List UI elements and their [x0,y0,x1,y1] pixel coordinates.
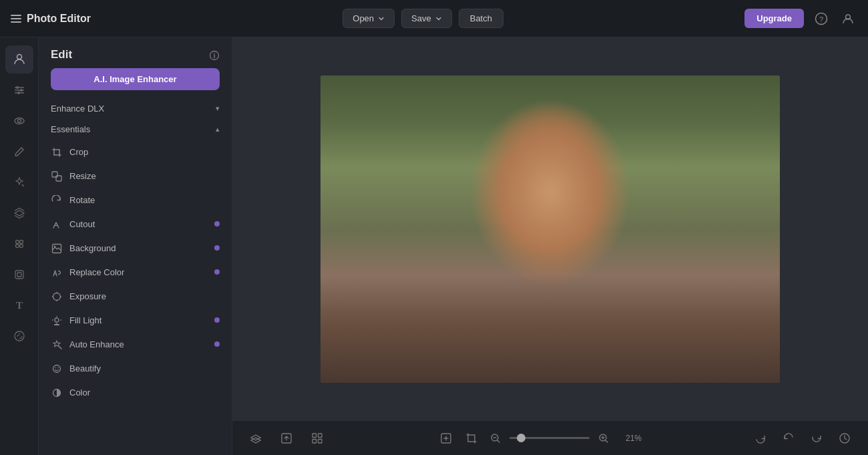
tool-list: Crop Resize Rotate Cuto [39,140,232,455]
object-icon [13,268,26,281]
svg-rect-47 [312,434,316,438]
resize-label: Resize [69,171,220,181]
sidebar-item-object[interactable] [5,261,33,289]
canvas-area: 21% [232,37,868,455]
save-button[interactable]: Save [401,9,452,28]
tool-item-beautify[interactable]: Beautify [39,356,232,380]
tool-item-fill-light[interactable]: Fill Light [39,308,232,332]
bottom-center-zoom: 21% [436,428,642,448]
chevron-down-icon [435,15,442,22]
svg-point-35 [55,318,59,322]
enhance-dlx-label: Enhance DLX [51,104,104,114]
open-button[interactable]: Open [343,9,395,28]
tool-item-color[interactable]: Color [39,380,232,404]
fill-light-svg [51,315,62,326]
crop-icon [51,146,63,158]
sidebar-item-text[interactable]: T [5,291,33,319]
tool-item-replace-color[interactable]: Replace Color [39,260,232,284]
beautify-svg [51,363,62,374]
grid-view-button[interactable] [307,428,327,448]
svg-line-41 [59,347,61,349]
redo-icon [810,432,823,445]
sliders-icon [13,84,26,97]
essentials-section[interactable]: Essentials ▴ [39,119,232,140]
essentials-chevron: ▴ [216,125,220,134]
sidebar-item-group[interactable] [5,230,33,258]
open-label: Open [353,13,374,23]
svg-point-11 [17,120,21,123]
replace-color-label: Replace Color [69,267,208,277]
ai-enhancer-button[interactable]: A.I. Image Enhancer [51,68,220,90]
rotate-svg [51,195,62,206]
export-button[interactable] [276,428,296,448]
layers-view-button[interactable] [246,428,266,448]
help-button[interactable]: ? [812,9,831,28]
refresh-button[interactable] [750,428,771,448]
tool-item-exposure[interactable]: Exposure [39,284,232,308]
cutout-icon [51,218,63,230]
cutout-badge [214,221,220,226]
sidebar-item-sliders[interactable] [5,76,33,104]
logo-area: Photo Editor [11,13,91,25]
svg-rect-49 [312,439,316,443]
tool-item-crop[interactable]: Crop [39,140,232,164]
crop-view-button[interactable] [461,428,481,448]
tool-item-rotate[interactable]: Rotate [39,188,232,212]
undo-button[interactable] [779,428,799,448]
tool-item-resize[interactable]: Resize [39,164,232,188]
fit-view-icon [439,432,453,445]
auto-enhance-icon [51,338,63,350]
svg-point-8 [20,89,23,92]
tool-item-background[interactable]: Background [39,236,232,260]
account-button[interactable] [839,9,857,28]
brush-icon [13,145,26,158]
fill-light-icon [51,314,63,326]
grid-icon [310,432,324,445]
fit-view-button[interactable] [436,428,456,448]
upgrade-button[interactable]: Upgrade [744,9,804,28]
sidebar-item-eye[interactable] [5,107,33,135]
sidebar-item-magic[interactable] [5,168,33,196]
zoom-controls: 21% [487,430,642,447]
edit-panel-title: Edit [51,48,72,61]
export-icon [280,432,293,445]
exposure-label: Exposure [69,291,220,301]
svg-point-20 [15,331,24,341]
zoom-in-button[interactable] [595,430,612,447]
sidebar-item-person[interactable] [5,45,33,73]
zoom-slider[interactable] [509,437,590,439]
history-icon [838,432,851,445]
batch-label: Batch [470,13,492,23]
history-button[interactable] [835,428,855,448]
zoom-percent-label: 21% [618,434,642,443]
resize-icon [51,170,63,182]
group-icon [13,237,26,251]
zoom-out-button[interactable] [487,430,504,447]
zoom-out-icon [490,433,501,444]
tool-item-cutout[interactable]: Cutout [39,212,232,236]
svg-text:?: ? [819,15,823,23]
svg-rect-25 [56,176,61,181]
canvas-viewport[interactable] [232,37,868,420]
refresh-icon [754,432,767,445]
replace-color-badge [214,269,220,275]
sidebar-item-effects[interactable] [5,322,33,350]
batch-button[interactable]: Batch [459,9,503,28]
enhance-dlx-section[interactable]: Enhance DLX ▾ [39,98,232,119]
rotate-label: Rotate [69,195,220,205]
menu-icon[interactable] [11,15,21,23]
replace-color-icon [51,266,63,278]
layers-icon [13,206,26,220]
resize-svg [51,171,62,182]
sidebar-item-brush[interactable] [5,138,33,166]
svg-point-14 [19,241,23,244]
info-icon[interactable] [209,49,220,61]
tool-item-auto-enhance[interactable]: Auto Enhance [39,332,232,356]
background-icon [51,242,63,254]
redo-button[interactable] [807,428,827,448]
text-icon: T [13,299,26,312]
svg-point-7 [16,86,19,89]
undo-icon [782,432,795,445]
svg-point-15 [15,245,19,248]
sidebar-item-layers[interactable] [5,199,33,227]
